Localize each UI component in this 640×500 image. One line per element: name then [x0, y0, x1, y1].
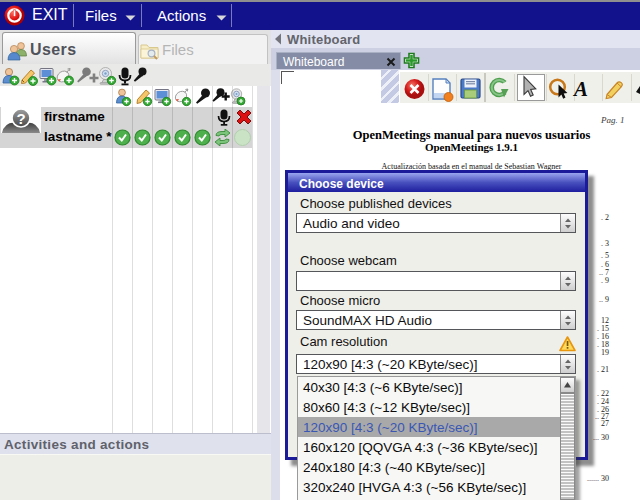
svg-text:?: ?	[16, 110, 25, 127]
svg-text:A: A	[572, 77, 588, 101]
